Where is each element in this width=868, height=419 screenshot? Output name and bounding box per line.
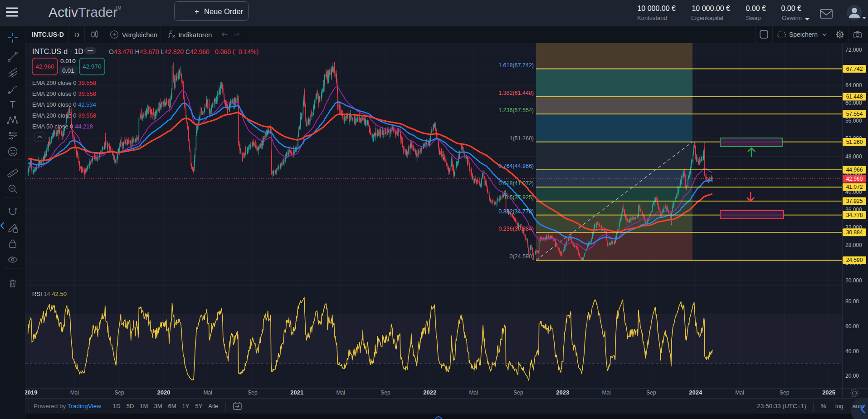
svg-text:37.925: 37.925 — [846, 198, 863, 204]
svg-text:56.000: 56.000 — [845, 118, 862, 124]
svg-text:0.00 €: 0.00 € — [781, 5, 802, 12]
svg-text:Swap: Swap — [746, 15, 761, 21]
svg-text:30.884: 30.884 — [846, 229, 863, 236]
svg-text:67.742: 67.742 — [846, 66, 863, 72]
svg-text:0.236(30.884): 0.236(30.884) — [498, 226, 534, 232]
svg-text:42.970: 42.970 — [83, 63, 101, 70]
svg-text:Gewinn: Gewinn — [782, 15, 802, 21]
svg-text:0.382(34.778): 0.382(34.778) — [498, 208, 534, 215]
svg-text:ActivTrader: ActivTrader — [49, 5, 117, 20]
svg-text:O43.470 H43.670 L42.820 C42: O43.470 H43.670 L42.820 C42.960 −0.060 (… — [109, 48, 258, 55]
svg-text:2022: 2022 — [423, 389, 436, 396]
svg-text:2020: 2020 — [157, 389, 171, 396]
svg-text:0.01: 0.01 — [62, 67, 74, 74]
svg-text:Mai: Mai — [203, 389, 212, 396]
svg-text:Mai: Mai — [469, 389, 478, 396]
svg-text:34.778: 34.778 — [846, 212, 863, 218]
svg-text:EMA 200 close 0 39.558: EMA 200 close 0 39.558 — [32, 79, 96, 86]
svg-text:60.000: 60.000 — [845, 100, 862, 106]
svg-text:Eigenkapital: Eigenkapital — [691, 15, 723, 21]
svg-text:Sep: Sep — [513, 389, 523, 396]
svg-text:INTC.US-d · 1D: INTC.US-d · 1D — [32, 48, 83, 55]
svg-text:Mai: Mai — [70, 389, 79, 396]
svg-text:1.618(67.742): 1.618(67.742) — [498, 62, 534, 69]
svg-text:Sep: Sep — [780, 389, 790, 396]
svg-text:EMA 100 close 0 42.534: EMA 100 close 0 42.534 — [32, 101, 96, 108]
svg-text:0.618(41.072): 0.618(41.072) — [498, 180, 534, 187]
svg-text:2024: 2024 — [689, 389, 702, 396]
svg-text:44.966: 44.966 — [846, 167, 863, 173]
svg-text:28.000: 28.000 — [845, 242, 862, 248]
svg-text:2021: 2021 — [290, 389, 303, 396]
svg-text:20.00: 20.00 — [845, 373, 859, 379]
svg-text:EMA 200 close 0 39.558: EMA 200 close 0 39.558 — [32, 90, 96, 97]
svg-text:61.448: 61.448 — [846, 94, 863, 100]
svg-text:10 000.00 €: 10 000.00 € — [692, 5, 730, 12]
svg-text:0.00 €: 0.00 € — [746, 5, 766, 12]
svg-text:EMA 50 close 0 44.218: EMA 50 close 0 44.218 — [32, 123, 93, 130]
svg-text:+: + — [195, 7, 199, 16]
svg-text:2025: 2025 — [822, 389, 835, 396]
svg-text:TM: TM — [115, 5, 121, 10]
svg-text:60.00: 60.00 — [845, 323, 859, 330]
svg-text:57.554: 57.554 — [846, 111, 863, 117]
svg-text:Sep: Sep — [114, 389, 124, 396]
svg-text:Mai: Mai — [735, 389, 744, 396]
svg-text:64.000: 64.000 — [845, 82, 862, 89]
svg-text:1(51.260): 1(51.260) — [509, 135, 534, 142]
svg-text:0(24.590): 0(24.590) — [509, 253, 534, 260]
svg-text:RSI 14 42.50: RSI 14 42.50 — [32, 291, 67, 297]
svg-text:EMA 200 close 0 39.558: EMA 200 close 0 39.558 — [32, 112, 96, 119]
svg-text:42.960: 42.960 — [35, 63, 54, 70]
svg-text:1.382(61.448): 1.382(61.448) — [498, 90, 534, 96]
svg-text:Mai: Mai — [336, 389, 345, 396]
svg-text:Sep: Sep — [646, 389, 656, 396]
svg-text:Mai: Mai — [602, 389, 610, 396]
svg-text:40.00: 40.00 — [845, 348, 859, 355]
svg-text:Neue Order: Neue Order — [204, 7, 244, 15]
svg-text:2023: 2023 — [556, 389, 569, 396]
svg-text:1.236(57.554): 1.236(57.554) — [498, 107, 534, 113]
svg-text:10 000.00 €: 10 000.00 € — [637, 5, 676, 12]
svg-text:0.010: 0.010 — [60, 58, 76, 64]
svg-text:0.5(37.925): 0.5(37.925) — [505, 194, 534, 201]
svg-text:0.764(44.966): 0.764(44.966) — [498, 163, 534, 169]
svg-text:24.590: 24.590 — [846, 257, 863, 263]
svg-text:72.000: 72.000 — [845, 47, 862, 53]
svg-text:42.960: 42.960 — [846, 176, 863, 182]
svg-text:Sep: Sep — [380, 389, 390, 396]
svg-text:20.000: 20.000 — [845, 277, 862, 284]
svg-text:T: T — [10, 99, 16, 109]
svg-text:Kontostand: Kontostand — [637, 15, 667, 21]
svg-text:80.00: 80.00 — [845, 298, 859, 305]
svg-text:2019: 2019 — [24, 389, 38, 396]
svg-text:51.260: 51.260 — [846, 139, 863, 145]
svg-text:Sep: Sep — [248, 389, 258, 396]
svg-text:41.072: 41.072 — [846, 184, 863, 190]
svg-text:48.000: 48.000 — [845, 153, 862, 160]
